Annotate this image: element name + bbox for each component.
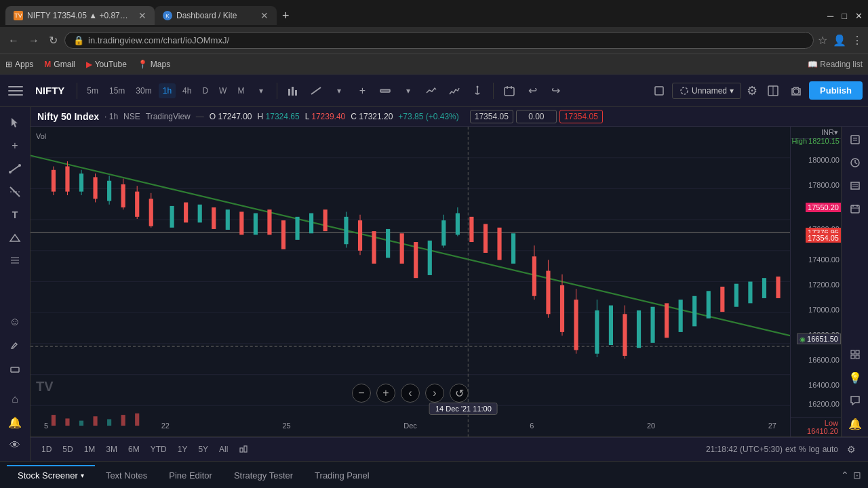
bookmark-icon[interactable]: ☆: [818, 34, 827, 47]
range-1d[interactable]: 1D: [37, 443, 56, 455]
timeframe-d[interactable]: D: [198, 83, 212, 98]
chart-settings-button[interactable]: ⚙: [744, 81, 760, 101]
timeframe-m[interactable]: M: [233, 83, 248, 98]
profile-icon[interactable]: 👤: [833, 34, 846, 47]
clock-icon[interactable]: [845, 152, 865, 173]
timeframe-dropdown[interactable]: ▾: [251, 81, 271, 101]
bookmark-apps[interactable]: ⊞ Apps: [5, 60, 33, 69]
tab-kite[interactable]: K Dashboard / Kite ✕: [155, 6, 277, 25]
address-bar[interactable]: 🔒 in.tradingview.com/chart/ioJOMmxJ/: [64, 32, 814, 49]
zoom-in-button[interactable]: +: [376, 384, 395, 403]
drawing-tools-dropdown[interactable]: ▾: [398, 81, 418, 101]
price-input-current[interactable]: 17354.05: [470, 110, 513, 123]
range-6m[interactable]: 6M: [124, 443, 144, 455]
bar-chart-icon[interactable]: [283, 81, 303, 101]
grid-icon[interactable]: [845, 344, 865, 365]
reading-list-icon[interactable]: 📖 Reading list: [808, 60, 863, 69]
redo-icon[interactable]: ↪: [545, 81, 566, 101]
unnamed-button[interactable]: Unnamed ▾: [672, 83, 741, 99]
emoji-tool[interactable]: ☺: [5, 312, 25, 332]
measure-icon[interactable]: [375, 81, 395, 101]
auto-button[interactable]: auto: [823, 445, 838, 454]
tool-dropdown[interactable]: ▾: [329, 81, 349, 101]
stock-screener-dropdown[interactable]: ▾: [81, 472, 84, 479]
symbol-label[interactable]: NIFTY: [28, 85, 71, 96]
tab-kite-close[interactable]: ✕: [260, 10, 269, 21]
tab-nifty[interactable]: TV NIFTY 17354.05 ▲ +0.87% Unna... ✕: [5, 6, 155, 25]
bookmark-youtube[interactable]: ▶ YouTube: [86, 60, 127, 69]
text-tool[interactable]: T: [5, 205, 25, 225]
menu-icon[interactable]: ⋮: [852, 34, 863, 47]
new-tab-button[interactable]: +: [277, 9, 295, 23]
reload-button[interactable]: ↻: [46, 33, 60, 48]
brush-tool[interactable]: [5, 335, 25, 355]
undo-icon[interactable]: ↩: [522, 81, 542, 101]
drawing-tool[interactable]: [5, 182, 25, 202]
tab-trading-panel[interactable]: Trading Panel: [304, 465, 380, 485]
range-5y[interactable]: 5Y: [194, 443, 212, 455]
timeframe-5m[interactable]: 5m: [83, 83, 102, 98]
back-button[interactable]: ←: [5, 33, 22, 48]
crosshair-tool[interactable]: +: [5, 136, 25, 156]
chart-canvas[interactable]: Vol: [31, 127, 790, 436]
trend-line-tool[interactable]: [5, 159, 25, 179]
bookmark-gmail[interactable]: M Gmail: [44, 60, 75, 69]
range-5d[interactable]: 5D: [58, 443, 77, 455]
scroll-left-button[interactable]: ‹: [401, 384, 420, 403]
price-input-change[interactable]: 0.00: [516, 110, 557, 123]
timeframe-4h[interactable]: 4h: [178, 83, 195, 98]
maximize-icon[interactable]: □: [842, 11, 847, 21]
home-icon[interactable]: ⌂: [5, 389, 25, 409]
timeframe-w[interactable]: W: [215, 83, 231, 98]
eraser-tool[interactable]: [5, 358, 25, 378]
cursor-tool[interactable]: [5, 113, 25, 133]
strategy-icon[interactable]: [444, 81, 465, 101]
layout-icon[interactable]: [763, 81, 783, 101]
bell-icon[interactable]: 🔔: [845, 413, 865, 434]
minimize-icon[interactable]: ─: [827, 11, 833, 21]
forward-button[interactable]: →: [26, 33, 42, 48]
alert-icon[interactable]: [467, 81, 488, 101]
range-1y[interactable]: 1Y: [174, 443, 192, 455]
tab-text-notes[interactable]: Text Notes: [95, 465, 158, 485]
chat-icon[interactable]: [845, 390, 865, 411]
calendar-icon[interactable]: [845, 199, 865, 219]
reset-view-button[interactable]: ↺: [450, 384, 469, 403]
alerts-icon[interactable]: 🔔: [5, 412, 25, 432]
range-1m[interactable]: 1M: [80, 443, 100, 455]
collapse-panel-button[interactable]: ⌃: [841, 470, 849, 481]
hamburger-menu[interactable]: [5, 81, 26, 101]
price-input-display[interactable]: 17354.05: [559, 110, 603, 123]
lightbulb-icon[interactable]: 💡: [845, 367, 865, 388]
tab-stock-screener[interactable]: Stock Screener ▾: [7, 465, 95, 485]
news-icon[interactable]: [845, 176, 865, 196]
log-button[interactable]: log: [809, 445, 820, 454]
watchlist-icon[interactable]: [845, 129, 865, 150]
crosshair-icon[interactable]: +: [352, 81, 372, 101]
settings-gear-icon[interactable]: ⚙: [841, 439, 861, 460]
go-to-date-icon[interactable]: [499, 81, 519, 101]
tab-nifty-close[interactable]: ✕: [138, 10, 146, 21]
publish-button[interactable]: Publish: [809, 81, 863, 100]
compare-button[interactable]: [235, 443, 252, 457]
timeframe-15m[interactable]: 15m: [105, 83, 129, 98]
tab-pine-editor[interactable]: Pine Editor: [158, 465, 223, 485]
eye-icon[interactable]: 👁: [5, 435, 25, 455]
range-ytd[interactable]: YTD: [146, 443, 171, 455]
scroll-right-button[interactable]: ›: [425, 384, 444, 403]
fullscreen-rect-icon[interactable]: [649, 81, 669, 101]
timeframe-1h[interactable]: 1h: [159, 83, 176, 98]
tab-strategy-tester[interactable]: Strategy Tester: [223, 465, 304, 485]
zoom-out-button[interactable]: −: [352, 384, 371, 403]
close-icon[interactable]: ✕: [855, 11, 863, 21]
bookmark-maps[interactable]: 📍 Maps: [138, 60, 170, 69]
fib-tool[interactable]: [5, 251, 25, 271]
range-all[interactable]: All: [215, 443, 232, 455]
snapshot-icon[interactable]: [786, 81, 806, 101]
range-3m[interactable]: 3M: [102, 443, 121, 455]
timeframe-30m[interactable]: 30m: [132, 83, 155, 98]
pattern-tool[interactable]: [5, 228, 25, 248]
indicators-icon[interactable]: [421, 81, 441, 101]
expand-panel-button[interactable]: ⊡: [853, 470, 861, 481]
line-tool-icon[interactable]: [306, 81, 326, 101]
